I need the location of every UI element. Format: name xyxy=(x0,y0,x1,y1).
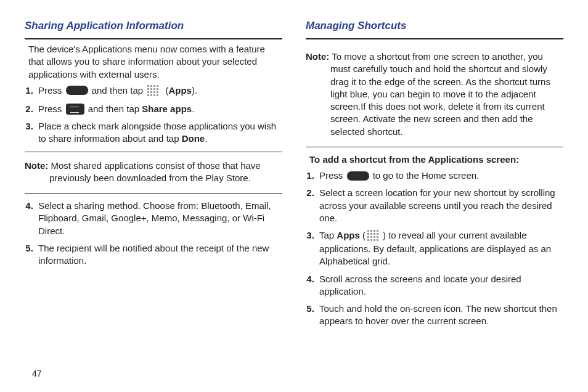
left-step-2: Press and then tap Share apps. xyxy=(36,103,282,115)
home-button-icon xyxy=(66,86,88,95)
text-part: Press xyxy=(38,104,65,114)
left-steps-4-5: Select a sharing method. Choose from: Bl… xyxy=(36,200,282,267)
text-part: . xyxy=(192,104,194,114)
apps-grid-icon xyxy=(367,229,382,243)
right-step-1: Press to go to the Home screen. xyxy=(317,169,563,182)
right-note: Note: To move a shortcut from one screen… xyxy=(306,51,563,138)
right-step-4: Scroll across the screens and locate you… xyxy=(317,273,563,298)
text-part: Press xyxy=(38,85,65,96)
text-part: and then tap xyxy=(89,85,146,96)
text-part: Place a check mark alongside those appli… xyxy=(38,121,276,144)
right-note-block: Note: To move a shortcut from one screen… xyxy=(306,43,563,147)
right-subhead: To add a shortcut from the Applications … xyxy=(309,153,563,166)
right-column: Managing Shortcuts Note: To move a short… xyxy=(306,20,563,333)
left-step-3: Place a check mark alongside those appli… xyxy=(36,120,282,145)
text-part: . xyxy=(205,133,207,144)
right-step-5: Touch and hold the on-screen icon. The n… xyxy=(317,303,563,328)
note-label: Note: xyxy=(306,51,329,62)
text-part: to go to the Home screen. xyxy=(370,170,480,181)
home-button-icon xyxy=(347,171,369,181)
bold-text: Share apps xyxy=(142,104,192,114)
right-step-2: Select a screen location for your new sh… xyxy=(317,187,563,224)
bold-text: Apps xyxy=(168,85,192,96)
menu-button-icon xyxy=(66,104,84,115)
bold-text: Done xyxy=(182,133,205,144)
left-steps-1-3: Press and then tap (Apps). Press and the… xyxy=(36,84,282,145)
left-step-5: The recipient will be notified about the… xyxy=(36,242,282,267)
note-body: Most shared applications consist of thos… xyxy=(48,160,260,183)
left-step-4: Select a sharing method. Choose from: Bl… xyxy=(36,200,282,237)
right-step-3: Tap Apps () to reveal all your current a… xyxy=(317,229,563,268)
left-intro: The device's Applications menu now comes… xyxy=(28,43,282,81)
text-part: Tap xyxy=(319,230,337,240)
bold-text: Apps xyxy=(337,230,360,240)
left-column: Sharing Application Information The devi… xyxy=(25,20,282,333)
left-note-block: Note: Most shared applications consist o… xyxy=(25,152,282,194)
note-body: To move a shortcut from one screen to an… xyxy=(329,51,550,137)
left-heading: Sharing Application Information xyxy=(25,20,282,39)
text-part: Press xyxy=(319,170,346,181)
left-step-1: Press and then tap (Apps). xyxy=(36,84,282,98)
text-part: ( xyxy=(360,230,365,240)
page-number: 47 xyxy=(32,369,42,378)
right-heading: Managing Shortcuts xyxy=(306,20,563,39)
apps-grid-icon xyxy=(147,84,161,98)
right-steps: Press to go to the Home screen. Select a… xyxy=(317,169,563,328)
text-part: ). xyxy=(192,85,197,96)
left-note: Note: Most shared applications consist o… xyxy=(25,160,282,185)
text-part: and then tap xyxy=(86,104,142,114)
note-label: Note: xyxy=(25,160,48,171)
